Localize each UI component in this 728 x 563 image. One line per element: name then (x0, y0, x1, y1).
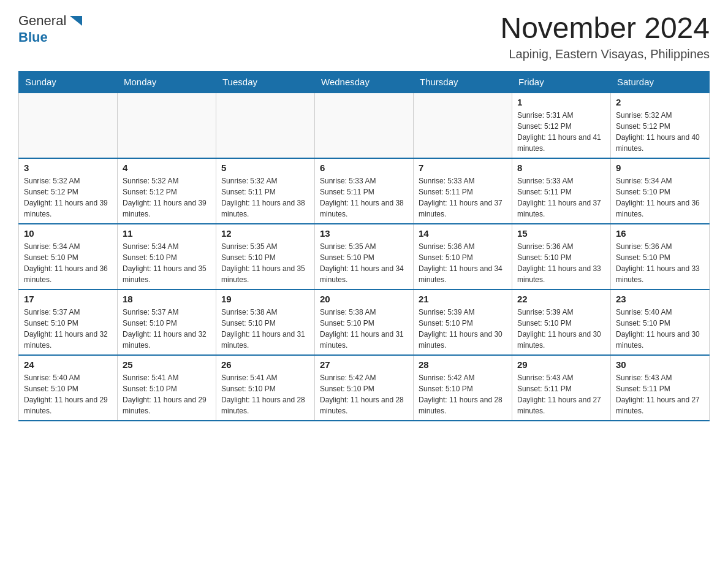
day-number: 6 (320, 163, 408, 173)
day-info: Sunrise: 5:39 AM Sunset: 5:10 PM Dayligh… (419, 307, 507, 351)
calendar-cell: 15Sunrise: 5:36 AM Sunset: 5:10 PM Dayli… (512, 224, 611, 289)
day-number: 12 (221, 228, 309, 239)
day-info: Sunrise: 5:43 AM Sunset: 5:11 PM Dayligh… (517, 372, 605, 416)
calendar-week-row: 24Sunrise: 5:40 AM Sunset: 5:10 PM Dayli… (19, 355, 710, 421)
calendar-cell: 27Sunrise: 5:42 AM Sunset: 5:10 PM Dayli… (315, 355, 414, 421)
day-number: 11 (123, 228, 211, 239)
calendar-cell: 16Sunrise: 5:36 AM Sunset: 5:10 PM Dayli… (611, 224, 710, 289)
day-info: Sunrise: 5:41 AM Sunset: 5:10 PM Dayligh… (221, 372, 309, 416)
day-number: 22 (517, 294, 605, 304)
calendar-cell: 3Sunrise: 5:32 AM Sunset: 5:12 PM Daylig… (19, 158, 118, 224)
day-number: 24 (24, 359, 112, 370)
day-info: Sunrise: 5:42 AM Sunset: 5:10 PM Dayligh… (419, 372, 507, 416)
day-info: Sunrise: 5:37 AM Sunset: 5:10 PM Dayligh… (24, 307, 112, 351)
day-info: Sunrise: 5:36 AM Sunset: 5:10 PM Dayligh… (517, 241, 605, 285)
calendar-cell: 14Sunrise: 5:36 AM Sunset: 5:10 PM Dayli… (414, 224, 512, 289)
day-number: 27 (320, 359, 408, 370)
calendar-header-sunday: Sunday (19, 71, 118, 93)
calendar-cell: 18Sunrise: 5:37 AM Sunset: 5:10 PM Dayli… (118, 289, 216, 355)
calendar-cell: 10Sunrise: 5:34 AM Sunset: 5:10 PM Dayli… (19, 224, 118, 289)
logo-triangle-icon (67, 12, 85, 29)
day-info: Sunrise: 5:33 AM Sunset: 5:11 PM Dayligh… (320, 175, 408, 220)
title-block: November 2024 Lapinig, Eastern Visayas, … (500, 12, 710, 61)
calendar-cell: 2Sunrise: 5:32 AM Sunset: 5:12 PM Daylig… (611, 93, 710, 158)
day-number: 16 (616, 228, 704, 239)
day-info: Sunrise: 5:31 AM Sunset: 5:12 PM Dayligh… (517, 110, 605, 154)
day-number: 25 (123, 359, 211, 370)
day-number: 5 (221, 163, 309, 173)
day-info: Sunrise: 5:43 AM Sunset: 5:11 PM Dayligh… (616, 372, 704, 416)
calendar-cell: 6Sunrise: 5:33 AM Sunset: 5:11 PM Daylig… (315, 158, 414, 224)
day-number: 2 (616, 97, 704, 107)
calendar-header-friday: Friday (512, 71, 611, 93)
day-number: 13 (320, 228, 408, 239)
day-info: Sunrise: 5:38 AM Sunset: 5:10 PM Dayligh… (221, 307, 309, 351)
logo: General Blue (18, 12, 85, 45)
calendar-week-row: 17Sunrise: 5:37 AM Sunset: 5:10 PM Dayli… (19, 289, 710, 355)
main-title: November 2024 (500, 12, 710, 45)
header: General Blue November 2024 Lapinig, East… (18, 12, 710, 61)
day-info: Sunrise: 5:34 AM Sunset: 5:10 PM Dayligh… (24, 241, 112, 285)
day-info: Sunrise: 5:42 AM Sunset: 5:10 PM Dayligh… (320, 372, 408, 416)
subtitle: Lapinig, Eastern Visayas, Philippines (500, 47, 710, 61)
calendar-week-row: 10Sunrise: 5:34 AM Sunset: 5:10 PM Dayli… (19, 224, 710, 289)
day-number: 21 (419, 294, 507, 304)
day-number: 10 (24, 228, 112, 239)
calendar-cell: 30Sunrise: 5:43 AM Sunset: 5:11 PM Dayli… (611, 355, 710, 421)
day-info: Sunrise: 5:41 AM Sunset: 5:10 PM Dayligh… (123, 372, 211, 416)
day-number: 15 (517, 228, 605, 239)
calendar-week-row: 1Sunrise: 5:31 AM Sunset: 5:12 PM Daylig… (19, 93, 710, 158)
calendar-cell: 1Sunrise: 5:31 AM Sunset: 5:12 PM Daylig… (512, 93, 611, 158)
calendar-cell: 21Sunrise: 5:39 AM Sunset: 5:10 PM Dayli… (414, 289, 512, 355)
day-info: Sunrise: 5:35 AM Sunset: 5:10 PM Dayligh… (221, 241, 309, 285)
day-info: Sunrise: 5:40 AM Sunset: 5:10 PM Dayligh… (616, 307, 704, 351)
svg-marker-0 (70, 16, 82, 26)
day-number: 23 (616, 294, 704, 304)
day-number: 29 (517, 359, 605, 370)
calendar-cell: 4Sunrise: 5:32 AM Sunset: 5:12 PM Daylig… (118, 158, 216, 224)
calendar-cell: 7Sunrise: 5:33 AM Sunset: 5:11 PM Daylig… (414, 158, 512, 224)
day-number: 7 (419, 163, 507, 173)
calendar-cell (216, 93, 315, 158)
calendar-cell: 19Sunrise: 5:38 AM Sunset: 5:10 PM Dayli… (216, 289, 315, 355)
day-info: Sunrise: 5:32 AM Sunset: 5:11 PM Dayligh… (221, 175, 309, 220)
day-info: Sunrise: 5:34 AM Sunset: 5:10 PM Dayligh… (616, 175, 704, 220)
calendar-cell: 20Sunrise: 5:38 AM Sunset: 5:10 PM Dayli… (315, 289, 414, 355)
day-number: 4 (123, 163, 211, 173)
calendar-header-row: SundayMondayTuesdayWednesdayThursdayFrid… (19, 71, 710, 93)
logo-text-general: General (18, 13, 66, 29)
day-number: 1 (517, 97, 605, 107)
day-number: 9 (616, 163, 704, 173)
calendar-week-row: 3Sunrise: 5:32 AM Sunset: 5:12 PM Daylig… (19, 158, 710, 224)
day-info: Sunrise: 5:36 AM Sunset: 5:10 PM Dayligh… (419, 241, 507, 285)
calendar-cell: 22Sunrise: 5:39 AM Sunset: 5:10 PM Dayli… (512, 289, 611, 355)
day-info: Sunrise: 5:33 AM Sunset: 5:11 PM Dayligh… (419, 175, 507, 220)
day-number: 18 (123, 294, 211, 304)
calendar-cell: 8Sunrise: 5:33 AM Sunset: 5:11 PM Daylig… (512, 158, 611, 224)
day-info: Sunrise: 5:35 AM Sunset: 5:10 PM Dayligh… (320, 241, 408, 285)
day-number: 17 (24, 294, 112, 304)
day-number: 8 (517, 163, 605, 173)
day-info: Sunrise: 5:32 AM Sunset: 5:12 PM Dayligh… (616, 110, 704, 154)
day-info: Sunrise: 5:33 AM Sunset: 5:11 PM Dayligh… (517, 175, 605, 220)
calendar-cell (315, 93, 414, 158)
day-number: 19 (221, 294, 309, 304)
day-info: Sunrise: 5:39 AM Sunset: 5:10 PM Dayligh… (517, 307, 605, 351)
calendar-header-monday: Monday (118, 71, 216, 93)
day-info: Sunrise: 5:32 AM Sunset: 5:12 PM Dayligh… (24, 175, 112, 220)
day-info: Sunrise: 5:34 AM Sunset: 5:10 PM Dayligh… (123, 241, 211, 285)
calendar-cell: 28Sunrise: 5:42 AM Sunset: 5:10 PM Dayli… (414, 355, 512, 421)
day-info: Sunrise: 5:38 AM Sunset: 5:10 PM Dayligh… (320, 307, 408, 351)
calendar-cell: 29Sunrise: 5:43 AM Sunset: 5:11 PM Dayli… (512, 355, 611, 421)
day-info: Sunrise: 5:36 AM Sunset: 5:10 PM Dayligh… (616, 241, 704, 285)
calendar-cell: 5Sunrise: 5:32 AM Sunset: 5:11 PM Daylig… (216, 158, 315, 224)
calendar-cell: 23Sunrise: 5:40 AM Sunset: 5:10 PM Dayli… (611, 289, 710, 355)
calendar-cell (414, 93, 512, 158)
day-number: 14 (419, 228, 507, 239)
calendar-cell: 11Sunrise: 5:34 AM Sunset: 5:10 PM Dayli… (118, 224, 216, 289)
calendar-cell: 26Sunrise: 5:41 AM Sunset: 5:10 PM Dayli… (216, 355, 315, 421)
logo-text-blue: Blue (18, 29, 48, 45)
calendar-header-saturday: Saturday (611, 71, 710, 93)
calendar-header-thursday: Thursday (414, 71, 512, 93)
calendar-table: SundayMondayTuesdayWednesdayThursdayFrid… (18, 71, 710, 421)
